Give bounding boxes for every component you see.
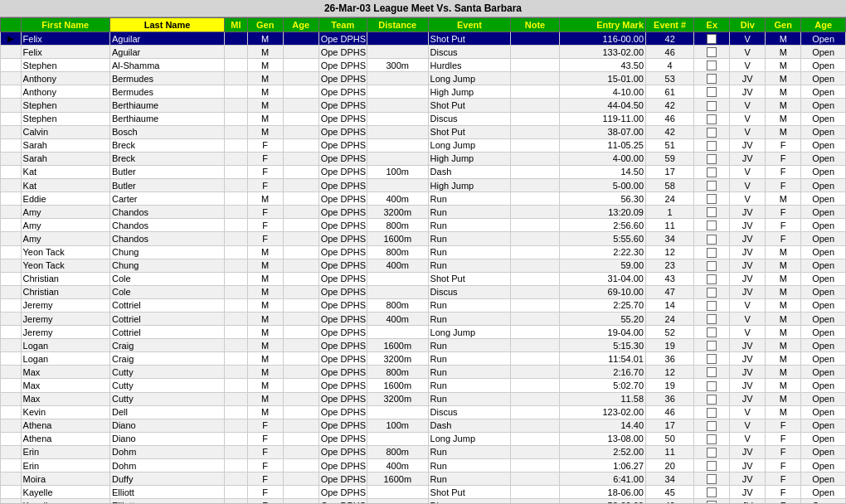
ex-checkbox-box[interactable] <box>707 301 717 311</box>
ex-checkbox-box[interactable] <box>707 274 717 284</box>
ex-checkbox-box[interactable] <box>707 487 717 497</box>
ex-checkbox[interactable] <box>694 499 730 503</box>
table-row[interactable]: AnthonyBermudesMOpe DPHSHigh Jump4-10.00… <box>1 85 846 99</box>
ex-checkbox[interactable] <box>694 405 730 419</box>
table-row[interactable]: JeremyCottrielMOpe DPHSLong Jump19-04.00… <box>1 326 846 339</box>
table-row[interactable]: AthenaDianoFOpe DPHS100mDash14.4017VFOpe… <box>1 419 846 432</box>
ex-checkbox[interactable] <box>694 179 730 192</box>
table-row[interactable]: KayelleElliottFOpe DPHSShot Put18-06.004… <box>1 486 846 499</box>
ex-checkbox[interactable] <box>694 472 730 486</box>
table-row[interactable]: AmyChandosFOpe DPHS3200mRun13:20.091JVFO… <box>1 206 846 219</box>
ex-checkbox-box[interactable] <box>707 101 717 111</box>
table-row[interactable]: AmyChandosFOpe DPHS800mRun2:56.6011JVFOp… <box>1 219 846 232</box>
ex-checkbox[interactable] <box>694 459 730 472</box>
ex-checkbox-box[interactable] <box>707 261 717 271</box>
ex-checkbox[interactable] <box>694 152 730 165</box>
ex-checkbox[interactable] <box>694 32 730 46</box>
table-row[interactable]: MoiraDuffyFOpe DPHS1600mRun6:41.0034JVFO… <box>1 472 846 486</box>
ex-checkbox-box[interactable] <box>707 235 717 245</box>
ex-checkbox[interactable] <box>694 326 730 339</box>
ex-checkbox-box[interactable] <box>707 288 717 298</box>
ex-checkbox-box[interactable] <box>707 61 717 70</box>
ex-checkbox-box[interactable] <box>707 367 717 377</box>
ex-checkbox[interactable] <box>694 165 730 178</box>
ex-checkbox-box[interactable] <box>707 181 717 191</box>
ex-checkbox[interactable] <box>694 125 730 138</box>
ex-checkbox-box[interactable] <box>707 248 717 258</box>
ex-checkbox[interactable] <box>694 192 730 206</box>
table-row[interactable]: MaxCuttyMOpe DPHS800mRun2:16.7012JVMOpen <box>1 366 846 379</box>
ex-checkbox[interactable] <box>694 138 730 152</box>
table-row[interactable]: StephenBerthiaumeMOpe DPHSShot Put44-04.… <box>1 99 846 112</box>
ex-checkbox-box[interactable] <box>707 421 717 431</box>
ex-checkbox-box[interactable] <box>707 408 717 418</box>
ex-checkbox[interactable] <box>694 219 730 232</box>
table-row[interactable]: KatButlerFOpe DPHS100mDash14.5017VFOpen <box>1 165 846 178</box>
table-row[interactable]: KayelleElliottFOpe DPHSDiscus58-00.0049J… <box>1 499 846 503</box>
ex-checkbox-box[interactable] <box>707 474 717 484</box>
ex-checkbox[interactable] <box>694 339 730 352</box>
table-row[interactable]: LoganCraigMOpe DPHS3200mRun11:54.0136JVM… <box>1 352 846 366</box>
ex-checkbox[interactable] <box>694 72 730 85</box>
ex-checkbox[interactable] <box>694 298 730 312</box>
table-row[interactable]: ChristianColeMOpe DPHSShot Put31-04.0043… <box>1 272 846 285</box>
ex-checkbox[interactable] <box>694 259 730 272</box>
table-row[interactable]: FelixAguilarMOpe DPHSDiscus133-02.0046VM… <box>1 46 846 59</box>
table-row[interactable]: JeremyCottrielMOpe DPHS400mRun55.2024VMO… <box>1 312 846 325</box>
table-row[interactable]: StephenAl-ShammaMOpe DPHS300mHurdles43.5… <box>1 59 846 72</box>
ex-checkbox-box[interactable] <box>707 381 717 391</box>
table-row[interactable]: EddieCarterMOpe DPHS400mRun56.3024VMOpen <box>1 192 846 206</box>
ex-checkbox[interactable] <box>694 486 730 499</box>
ex-checkbox-box[interactable] <box>707 220 717 230</box>
ex-checkbox-box[interactable] <box>707 87 717 97</box>
table-row[interactable]: KevinDellMOpe DPHSDiscus123-02.0046VMOpe… <box>1 405 846 419</box>
ex-checkbox-box[interactable] <box>707 141 717 151</box>
ex-checkbox-box[interactable] <box>707 34 717 44</box>
table-row[interactable]: AmyChandosFOpe DPHS1600mRun5:55.6034JVFO… <box>1 232 846 245</box>
ex-checkbox[interactable] <box>694 232 730 245</box>
ex-checkbox-box[interactable] <box>707 354 717 364</box>
ex-checkbox[interactable] <box>694 112 730 125</box>
ex-checkbox[interactable] <box>694 59 730 72</box>
table-row[interactable]: LoganCraigMOpe DPHS1600mRun5:15.3019JVMO… <box>1 339 846 352</box>
ex-checkbox[interactable] <box>694 432 730 445</box>
ex-checkbox[interactable] <box>694 392 730 405</box>
table-row[interactable]: ▶FelixAguilarMOpe DPHSShot Put116-00.004… <box>1 32 846 46</box>
table-row[interactable]: MaxCuttyMOpe DPHS1600mRun5:02.7019JVMOpe… <box>1 379 846 392</box>
table-row[interactable]: Yeon TackChungMOpe DPHS400mRun59.0023JVM… <box>1 259 846 272</box>
ex-checkbox-box[interactable] <box>707 434 717 444</box>
ex-checkbox[interactable] <box>694 206 730 219</box>
ex-checkbox[interactable] <box>694 272 730 285</box>
table-row[interactable]: SarahBreckFOpe DPHSLong Jump11-05.2551JV… <box>1 138 846 152</box>
table-row[interactable]: StephenBerthiaumeMOpe DPHSDiscus119-11.0… <box>1 112 846 125</box>
ex-checkbox-box[interactable] <box>707 395 717 405</box>
ex-checkbox[interactable] <box>694 285 730 298</box>
ex-checkbox-box[interactable] <box>707 448 717 458</box>
ex-checkbox[interactable] <box>694 379 730 392</box>
ex-checkbox-box[interactable] <box>707 501 717 503</box>
ex-checkbox[interactable] <box>694 245 730 259</box>
ex-checkbox[interactable] <box>694 366 730 379</box>
table-row[interactable]: JeremyCottrielMOpe DPHS800mRun2:25.7014V… <box>1 298 846 312</box>
ex-checkbox-box[interactable] <box>707 341 717 351</box>
ex-checkbox[interactable] <box>694 352 730 366</box>
table-row[interactable]: ChristianColeMOpe DPHSDiscus69-10.0047JV… <box>1 285 846 298</box>
ex-checkbox-box[interactable] <box>707 74 717 84</box>
ex-checkbox-box[interactable] <box>707 194 717 204</box>
table-row[interactable]: ErinDohmFOpe DPHS400mRun1:06.2720JVFOpen <box>1 459 846 472</box>
table-row[interactable]: AnthonyBermudesMOpe DPHSLong Jump15-01.0… <box>1 72 846 85</box>
ex-checkbox-box[interactable] <box>707 207 717 217</box>
table-row[interactable]: Yeon TackChungMOpe DPHS800mRun2:22.3012J… <box>1 245 846 259</box>
ex-checkbox[interactable] <box>694 99 730 112</box>
ex-checkbox[interactable] <box>694 419 730 432</box>
ex-checkbox-box[interactable] <box>707 314 717 324</box>
table-row[interactable]: KatButlerFOpe DPHSHigh Jump5-00.0058VFOp… <box>1 179 846 192</box>
ex-checkbox-box[interactable] <box>707 167 717 177</box>
table-container[interactable]: First Name Last Name MI Gen Age Team Dis… <box>0 17 846 503</box>
table-row[interactable]: MaxCuttyMOpe DPHS3200mRun11.5836JVMOpen <box>1 392 846 405</box>
ex-checkbox[interactable] <box>694 312 730 325</box>
ex-checkbox-box[interactable] <box>707 128 717 138</box>
table-row[interactable]: ErinDohmFOpe DPHS800mRun2:52.0011JVFOpen <box>1 445 846 458</box>
ex-checkbox[interactable] <box>694 46 730 59</box>
table-row[interactable]: SarahBreckFOpe DPHSHigh Jump4-00.0059JVF… <box>1 152 846 165</box>
